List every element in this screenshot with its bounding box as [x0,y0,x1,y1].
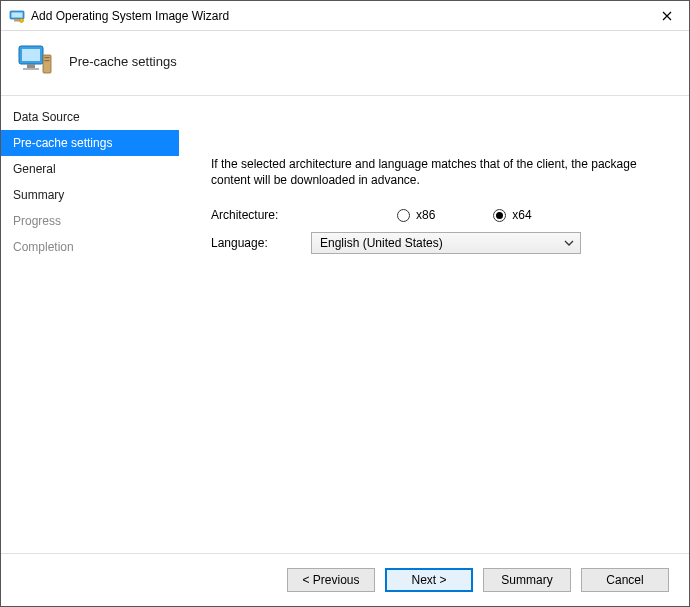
app-icon [9,8,25,24]
radio-circle-checked-icon [493,209,506,222]
svg-rect-9 [45,57,50,58]
radio-x86[interactable]: x86 [397,208,435,222]
computer-icon [15,41,55,81]
architecture-row: Architecture: x86 x64 [211,208,663,222]
language-select[interactable]: English (United States) [311,232,581,254]
radio-x64[interactable]: x64 [493,208,531,222]
close-button[interactable] [644,1,689,31]
radio-x64-label: x64 [512,208,531,222]
svg-rect-2 [14,19,20,22]
svg-rect-6 [27,64,35,68]
sidebar-item-progress: Progress [1,208,179,234]
wizard-body: Data Source Pre-cache settings General S… [1,96,689,553]
description-text: If the selected architecture and languag… [211,156,663,188]
title-wrap: Add Operating System Image Wizard [9,8,229,24]
architecture-radio-group: x86 x64 [397,208,532,222]
wizard-content: If the selected architecture and languag… [179,96,689,553]
wizard-footer: < Previous Next > Summary Cancel [1,553,689,606]
architecture-label: Architecture: [211,208,311,222]
svg-rect-5 [22,49,40,61]
language-label: Language: [211,236,311,250]
sidebar-item-data-source[interactable]: Data Source [1,104,179,130]
wizard-header: Pre-cache settings [1,31,689,95]
svg-point-3 [20,18,24,22]
sidebar-item-completion: Completion [1,234,179,260]
wizard-sidebar: Data Source Pre-cache settings General S… [1,96,179,553]
svg-rect-1 [12,12,23,17]
titlebar: Add Operating System Image Wizard [1,1,689,31]
svg-rect-10 [45,60,50,61]
sidebar-item-summary[interactable]: Summary [1,182,179,208]
next-button[interactable]: Next > [385,568,473,592]
page-title: Pre-cache settings [69,54,177,69]
radio-circle-icon [397,209,410,222]
window-title: Add Operating System Image Wizard [31,9,229,23]
svg-rect-7 [23,68,39,70]
language-select-wrap: English (United States) [311,232,663,254]
language-row: Language: English (United States) [211,232,663,254]
sidebar-item-general[interactable]: General [1,156,179,182]
language-selected-value: English (United States) [320,236,443,250]
previous-button[interactable]: < Previous [287,568,375,592]
radio-x86-label: x86 [416,208,435,222]
chevron-down-icon [564,238,574,248]
cancel-button[interactable]: Cancel [581,568,669,592]
sidebar-item-pre-cache[interactable]: Pre-cache settings [1,130,179,156]
summary-button[interactable]: Summary [483,568,571,592]
